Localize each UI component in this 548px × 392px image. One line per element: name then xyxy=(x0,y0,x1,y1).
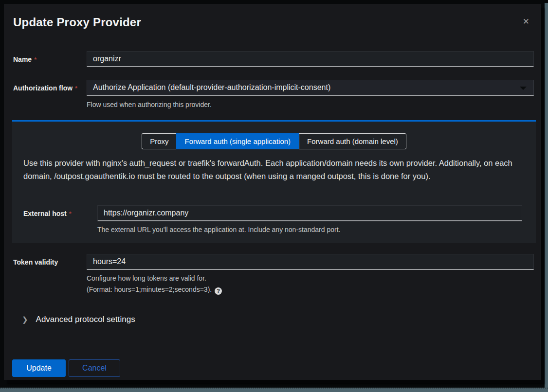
external-host-label: External host* xyxy=(23,210,72,217)
tab-forward-auth-single-application[interactable]: Forward auth (single application) xyxy=(176,133,299,149)
page-edge-bottom xyxy=(0,388,548,392)
update-button[interactable]: Update xyxy=(12,359,66,377)
cancel-button[interactable]: Cancel xyxy=(69,359,120,377)
update-proxy-provider-modal: Update Proxy Provider ✕ Name* Authorizat… xyxy=(4,4,541,380)
name-label: Name* xyxy=(13,55,37,63)
required-asterisk: * xyxy=(75,85,77,92)
external-host-help: The external URL you'll access the appli… xyxy=(97,226,340,233)
token-validity-format-help: (Format: hours=1;minutes=2;seconds=3).? xyxy=(87,285,222,295)
chevron-down-icon xyxy=(520,87,527,90)
token-validity-label: Token validity xyxy=(13,258,58,266)
authorization-flow-label: Authorization flow* xyxy=(13,84,77,92)
advanced-protocol-settings-toggle[interactable]: ❯ Advanced protocol settings xyxy=(22,315,135,324)
close-icon[interactable]: ✕ xyxy=(523,18,530,26)
token-validity-input[interactable] xyxy=(87,254,534,270)
help-question-icon[interactable]: ? xyxy=(215,287,222,295)
external-host-input[interactable] xyxy=(97,205,522,221)
advanced-protocol-settings-label: Advanced protocol settings xyxy=(36,315,135,324)
tab-proxy[interactable]: Proxy xyxy=(142,133,176,149)
token-validity-help: Configure how long tokens are valid for. xyxy=(87,274,206,282)
name-input[interactable] xyxy=(87,51,534,67)
authorization-flow-select[interactable]: Authorize Application (default-provider-… xyxy=(87,80,534,96)
chevron-right-icon: ❯ xyxy=(22,315,28,324)
proxy-mode-tab-group: Proxy Forward auth (single application) … xyxy=(12,133,536,149)
authorization-flow-help: Flow used when authorizing this provider… xyxy=(87,101,212,108)
page-title: Update Proxy Provider xyxy=(13,16,141,29)
required-asterisk: * xyxy=(34,56,37,63)
screenshot-frame: Update Proxy Provider ✕ Name* Authorizat… xyxy=(0,0,548,392)
authorization-flow-selected-value: Authorize Application (default-provider-… xyxy=(93,83,330,92)
required-asterisk: * xyxy=(69,210,72,217)
proxy-mode-card: Proxy Forward auth (single application) … xyxy=(12,120,536,243)
page-edge-right xyxy=(545,3,548,392)
tab-forward-auth-domain-level[interactable]: Forward auth (domain level) xyxy=(299,133,406,149)
forward-auth-description: Use this provider with nginx's auth_requ… xyxy=(23,157,529,183)
